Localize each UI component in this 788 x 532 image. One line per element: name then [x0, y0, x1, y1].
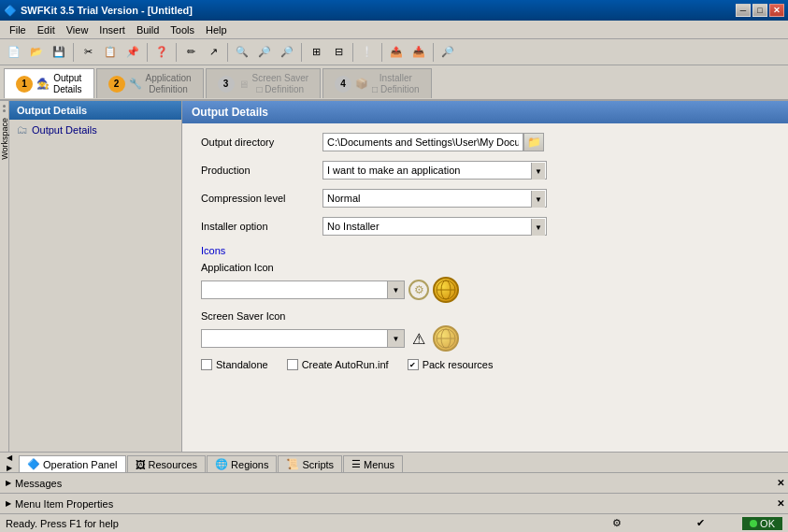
menu-insert[interactable]: Insert — [93, 22, 131, 37]
tab-num-4: 4 — [335, 76, 351, 93]
toolbar-sep-3 — [176, 43, 177, 62]
pack-resources-checkbox-box[interactable]: ✔ — [408, 359, 419, 370]
tab-right-arrow[interactable]: ▶ — [7, 464, 12, 472]
toolbar-align[interactable]: ⊟ — [328, 42, 349, 63]
toolbar-grid[interactable]: ⊞ — [306, 42, 326, 63]
menu-properties-close[interactable]: ✕ — [777, 498, 784, 509]
wizard-tab-4[interactable]: 4 📦 Installer□ Definition — [322, 68, 432, 98]
menu-properties-expand-arrow[interactable]: ▶ — [6, 499, 11, 508]
toolbar-exclaim[interactable]: ❕ — [357, 42, 378, 63]
close-button[interactable]: ✕ — [769, 4, 784, 17]
toolbar-find2[interactable]: 🔎 — [254, 42, 275, 63]
app-icon-input[interactable] — [201, 280, 388, 299]
status-bar: Ready. Press F1 for help ⚙ ✔ OK — [0, 513, 788, 532]
bottom-tab-menus[interactable]: ☰ Menus — [343, 455, 403, 472]
toolbar-sep-1 — [73, 43, 74, 62]
scripts-label: Scripts — [302, 459, 334, 470]
content-header: Output Details — [182, 101, 788, 123]
messages-close[interactable]: ✕ — [777, 478, 784, 488]
tab-left-arrow[interactable]: ◀ — [7, 453, 12, 462]
standalone-checkbox[interactable]: Standalone — [201, 359, 268, 370]
menus-icon: ☰ — [351, 458, 361, 470]
menu-bar: File Edit View Insert Build Tools Help — [0, 21, 788, 39]
folder-icon: 🗂 — [17, 123, 28, 137]
tab-num-1: 1 — [16, 76, 33, 93]
toolbar-zoom[interactable]: 🔎 — [437, 42, 458, 63]
toolbar-help[interactable]: ❓ — [151, 42, 172, 63]
messages-expand-arrow[interactable]: ▶ — [6, 479, 11, 487]
bottom-tab-resources[interactable]: 🖼 Resources — [127, 455, 207, 472]
wizard-tab-2[interactable]: 2 🔧 ApplicationDefinition — [96, 68, 204, 98]
installer-select-wrapper: No Installer Create Installer — [322, 217, 547, 236]
menu-file[interactable]: File — [4, 22, 32, 37]
bottom-tab-scripts[interactable]: 📜 Scripts — [278, 455, 342, 472]
installer-label: Installer option — [201, 221, 322, 232]
toolbar-export[interactable]: 📤 — [386, 42, 407, 63]
toolbar-find3[interactable]: 🔎 — [277, 42, 297, 63]
screen-saver-icon-globe[interactable] — [433, 325, 459, 352]
workspace-handle[interactable]: Workspace — [0, 101, 9, 452]
app-icon-globe[interactable] — [433, 277, 459, 303]
standalone-checkbox-box[interactable] — [201, 359, 212, 370]
toolbar-new[interactable]: 📄 — [4, 42, 24, 63]
sidebar-item-output-details[interactable]: 🗂 Output Details — [9, 120, 181, 140]
toolbar-import[interactable]: 📥 — [408, 42, 429, 63]
menu-build[interactable]: Build — [131, 22, 165, 37]
scripts-icon: 📜 — [286, 458, 299, 470]
toolbar-copy[interactable]: 📋 — [100, 42, 121, 63]
menu-item-properties-panel: ▶ Menu Item Properties ✕ — [0, 493, 788, 513]
sidebar-item-label: Output Details — [32, 124, 97, 136]
toolbar-cut[interactable]: ✂ — [78, 42, 98, 63]
screen-saver-dropdown[interactable]: ▼ — [388, 329, 405, 348]
toolbar-draw[interactable]: ✏ — [180, 42, 201, 63]
bottom-tab-operation-panel[interactable]: 🔷 Operation Panel — [19, 455, 126, 472]
app-icon-combo: ▼ — [201, 280, 405, 299]
compression-select-wrapper: Normal Best Fastest None — [322, 189, 547, 208]
tab-num-3: 3 — [218, 76, 235, 93]
pack-resources-checkbox[interactable]: ✔ Pack resources — [408, 359, 494, 370]
tab-icon-3: 🖥 — [238, 79, 249, 90]
production-select[interactable]: I want to make an application I want to … — [322, 161, 547, 180]
toolbar-arrow[interactable]: ↗ — [203, 42, 223, 63]
minimize-button[interactable]: ─ — [736, 4, 751, 17]
toolbar-find[interactable]: 🔍 — [232, 42, 252, 63]
messages-panel: ▶ Messages ✕ — [0, 472, 788, 493]
menu-help[interactable]: Help — [200, 22, 233, 37]
menu-edit[interactable]: Edit — [32, 22, 61, 37]
screen-saver-input[interactable] — [201, 329, 388, 348]
resources-icon: 🖼 — [136, 459, 146, 470]
bottom-tabs: ◀ ▶ 🔷 Operation Panel 🖼 Resources 🌐 Regi… — [0, 452, 788, 472]
toolbar-paste[interactable]: 📌 — [122, 42, 143, 63]
wizard-tab-3[interactable]: 3 🖥 Screen Saver□ Definition — [206, 68, 322, 98]
maximize-button[interactable]: □ — [752, 4, 767, 17]
installer-row: Installer option No Installer Create Ins… — [201, 217, 769, 236]
screen-saver-icon-alert[interactable]: ⚠ — [408, 328, 429, 349]
messages-label: Messages — [15, 478, 62, 489]
production-label: Production — [201, 165, 322, 176]
menu-tools[interactable]: Tools — [165, 22, 200, 37]
menus-label: Menus — [364, 459, 394, 470]
wizard-tab-1[interactable]: 1 🧙 OutputDetails — [4, 68, 94, 98]
toolbar-open[interactable]: 📂 — [26, 42, 47, 63]
autorun-checkbox-box[interactable] — [287, 359, 298, 370]
app-icon-settings[interactable]: ⚙ — [408, 280, 429, 300]
status-text: Ready. Press F1 for help — [6, 518, 119, 529]
menu-view[interactable]: View — [61, 22, 94, 37]
content-area: Output Details Output directory 📁 Produc… — [182, 101, 788, 452]
operation-panel-label: Operation Panel — [43, 459, 118, 470]
bottom-tab-regions[interactable]: 🌐 Regions — [207, 455, 277, 472]
output-directory-browse[interactable]: 📁 — [523, 133, 544, 151]
compression-label: Compression level — [201, 193, 322, 204]
autorun-checkbox[interactable]: Create AutoRun.inf — [287, 359, 389, 370]
installer-select[interactable]: No Installer Create Installer — [322, 217, 547, 236]
wizard-tabs: 1 🧙 OutputDetails 2 🔧 ApplicationDefinit… — [0, 65, 788, 101]
screen-saver-icon-row: ▼ ⚠ — [201, 325, 769, 352]
menu-item-properties-label: Menu Item Properties — [15, 498, 113, 510]
toolbar-save[interactable]: 💾 — [49, 42, 69, 63]
app-icon-dropdown[interactable]: ▼ — [388, 280, 405, 299]
workspace-label[interactable]: Workspace — [0, 118, 9, 160]
compression-select[interactable]: Normal Best Fastest None — [322, 189, 547, 208]
compression-row: Compression level Normal Best Fastest No… — [201, 189, 769, 208]
regions-label: Regions — [231, 459, 268, 470]
output-directory-input[interactable] — [322, 133, 523, 151]
